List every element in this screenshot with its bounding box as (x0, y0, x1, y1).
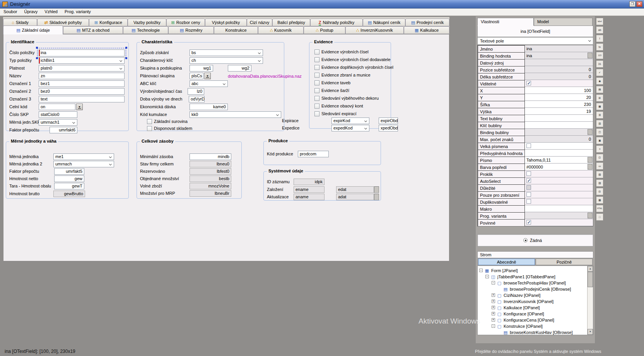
tree-expander-minus-icon[interactable]: - (485, 275, 489, 278)
tab-postup[interactable]: Postup (304, 26, 345, 34)
property-label[interactable]: Výška (478, 108, 525, 115)
field-zalo-en-2[interactable]: edat (336, 186, 374, 193)
field-aktualizace[interactable]: aname (294, 194, 325, 200)
property-value[interactable]: ina (525, 52, 593, 59)
property-label[interactable]: Pozice subřetězce (478, 66, 525, 73)
tab-mtz-a-obchod[interactable]: MTZ a obchod (63, 26, 123, 34)
checkbox-icon[interactable] (526, 143, 531, 148)
calendar-button-icon[interactable] (374, 194, 379, 200)
property-value[interactable] (525, 150, 593, 157)
property-label[interactable]: Písmo (478, 157, 525, 164)
field-zalo-en[interactable]: ename (294, 186, 325, 193)
field-pl-novac-skupina[interactable]: plsCs (190, 73, 203, 79)
menu-item-soubor[interactable]: Soubor (0, 9, 20, 16)
property-value[interactable]: 0 (525, 66, 593, 73)
property-label[interactable]: Důležité (478, 184, 525, 192)
palette-tool-number-field-icon[interactable]: 123 (596, 52, 603, 59)
checkbox-sledov-n-v-b-hov-ho-dekoru[interactable] (314, 96, 319, 101)
field-stav-firmy-celkem[interactable]: lbneu0 (190, 161, 231, 167)
field-faktor-p-epo-tu[interactable]: umrfakt6 (50, 127, 77, 133)
tree-row[interactable]: -▢Konstrukce [OPanel] (478, 323, 587, 329)
tab-n-kupn-cen-k[interactable]: Nákupní ceník (363, 19, 405, 26)
combo-k-d-kumulace[interactable]: kk0 (190, 111, 281, 118)
checkbox-icon[interactable] (526, 199, 531, 204)
checkbox-checked-icon[interactable] (526, 178, 531, 183)
tree-expander-plus-icon[interactable]: + (492, 318, 495, 322)
palette-tool-input-field-icon[interactable]: ▭ (596, 162, 603, 170)
checkbox-evidence-v-robn-ch-sel[interactable] (314, 49, 319, 55)
tab-kalkulace[interactable]: Kalkulace (404, 26, 449, 34)
tab-sklady[interactable]: Sklady (3, 19, 37, 26)
checkbox-evidence-zbran-a-munice[interactable] (314, 73, 319, 78)
property-label[interactable]: Velká písmena (478, 143, 525, 150)
property-label[interactable]: Klíč bubliny (478, 122, 525, 129)
property-value[interactable]: ina (525, 45, 593, 52)
property-label[interactable]: Viditelné (478, 80, 525, 87)
checkbox-evidence-v-robn-ch-sel-dodavatele[interactable] (314, 57, 319, 62)
checkbox-evidence-taveb[interactable] (314, 80, 319, 85)
tree-row[interactable]: -◫jTabbedPane1 [OTabbedPane] (478, 274, 587, 280)
menu-item-vzhled[interactable]: Vzhled (41, 9, 61, 16)
tab-balic-p-edpisy[interactable]: Balicí předpisy (272, 19, 310, 26)
ellipsis-button-icon[interactable] (588, 213, 593, 218)
tree-expander-minus-icon[interactable]: - (479, 269, 483, 272)
field-doba-v-roby-ve-dnech[interactable]: odVyrD (189, 96, 205, 102)
palette-tool-hatch-b-icon[interactable]: ▨ (596, 179, 603, 187)
property-label[interactable]: Jméno (478, 45, 525, 53)
field-voln-zbo[interactable]: mnozVolne (190, 183, 231, 189)
property-label[interactable]: Datový zdroj (478, 59, 525, 66)
property-value[interactable] (525, 184, 593, 191)
checkbox-icon[interactable] (526, 171, 531, 176)
tree-tab-pozicne[interactable]: Pozičně (536, 259, 593, 265)
palette-tool-panel-icon[interactable]: ▥ (596, 120, 603, 127)
field-minim-ln-z-soba[interactable]: mindb (190, 153, 231, 160)
property-value[interactable] (525, 59, 593, 66)
field-ozna-en-1[interactable]: bez1 (39, 80, 125, 87)
property-value[interactable]: 100 (525, 87, 593, 94)
palette-tool-text-field-icon[interactable]: tx (596, 43, 603, 51)
tab-ciz-n-zvy[interactable]: Cizí názvy (247, 19, 272, 26)
property-value[interactable] (525, 219, 593, 226)
scroll-up-icon[interactable]: ▲ (588, 266, 593, 272)
field-id-z-znamu[interactable]: idpk (294, 179, 325, 185)
field-v-robn-objednac-as[interactable]: lz0 (188, 88, 204, 95)
field-faktor-p-epo-tu[interactable]: umrfakt5 (54, 168, 84, 175)
selection-handle[interactable] (125, 57, 127, 59)
tab-konstrukce[interactable]: Konstrukce (214, 26, 258, 34)
field-expirace-2[interactable]: expirObd (379, 118, 398, 124)
combo-typ-polo-ky[interactable]: ichBin1 (39, 57, 125, 64)
combo-expedice[interactable]: expedKod (331, 125, 369, 131)
property-label[interactable]: Šířka (478, 101, 525, 108)
field-ekonomick-d-vka[interactable]: kame0 (190, 104, 228, 110)
palette-tool-list-box-icon[interactable]: ▤ (596, 86, 603, 93)
property-label[interactable]: Makro (478, 205, 525, 213)
palette-tool-text-icon[interactable]: ab (596, 26, 603, 34)
tab-n-hrady-polo-ky[interactable]: Náhrady položky (310, 19, 363, 26)
tab-z-kladn-daje[interactable]: Základní údaje (3, 26, 63, 34)
tree-tab-abecedne[interactable]: Abecedně (478, 259, 535, 265)
tree-row[interactable]: ▤browseKonstrKusHlav [OBrowse] (478, 329, 587, 335)
field-n-zev[interactable]: zn (39, 73, 125, 79)
property-value[interactable] (525, 177, 593, 184)
tab-v-skyt-polo-ky[interactable]: Výskyt položky (205, 19, 247, 26)
palette-tool-html-view-icon[interactable]: HTML (596, 205, 603, 212)
tree-expander-plus-icon[interactable]: + (492, 293, 495, 297)
property-value[interactable]: 0 (525, 73, 593, 80)
property-value[interactable] (525, 115, 593, 122)
title-bar[interactable]: Designér (0, 0, 644, 9)
tree-row[interactable]: -▦Form [JPanel] (478, 267, 587, 274)
tree-expander-plus-icon[interactable]: + (492, 312, 495, 315)
tab-prodejn-cen-k[interactable]: Prodejní ceník (405, 19, 449, 26)
palette-tool-split-pane-icon[interactable]: ◫ (596, 128, 603, 136)
tree-row[interactable]: +▢Konfigurace [OPanel] (478, 311, 587, 317)
component-type-dropdown[interactable]: Textové pole (477, 37, 593, 45)
tree-row[interactable]: +▢KonfiguraceCena [OPanel] (478, 317, 587, 323)
property-value[interactable]: 230 (525, 101, 593, 108)
property-value[interactable]: #000000 (525, 164, 593, 170)
field-celn-k-d[interactable]: on (39, 104, 75, 110)
property-label[interactable]: X (478, 87, 525, 94)
tree-row[interactable]: +▢CiziNazev [OPanel] (478, 292, 587, 298)
checkbox-checked-icon[interactable] (526, 220, 531, 225)
property-value[interactable] (525, 198, 593, 205)
menu-item-pravy[interactable]: Úpravy (20, 9, 41, 16)
